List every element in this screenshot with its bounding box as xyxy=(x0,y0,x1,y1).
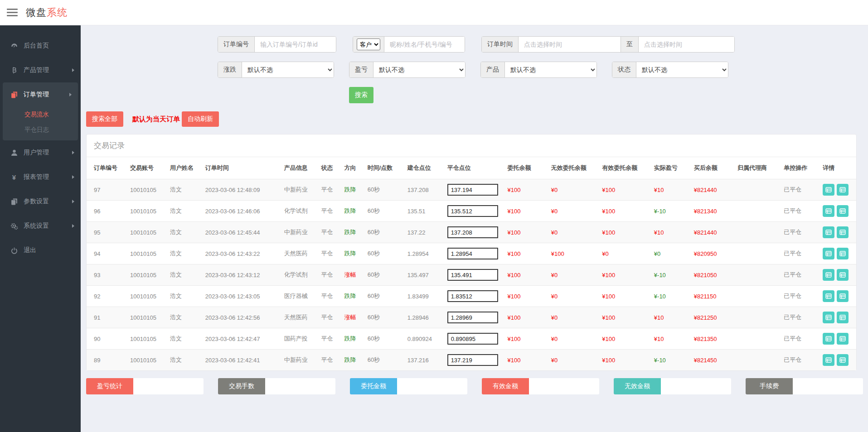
close-point-input[interactable] xyxy=(447,290,498,302)
sidebar-item-报表管理[interactable]: ¥报表管理 xyxy=(0,165,81,189)
stat-label: 盈亏统计 xyxy=(86,378,133,394)
entrust-balance: ¥100 xyxy=(506,243,549,264)
direction: 跌降 xyxy=(343,243,366,264)
close-point-input xyxy=(446,286,506,307)
detail-button[interactable] xyxy=(823,354,834,366)
detail-button[interactable] xyxy=(837,248,849,259)
time-to-input[interactable] xyxy=(639,37,734,52)
user-name: 浩文 xyxy=(168,222,204,243)
product: 化学试剂 xyxy=(282,201,320,222)
user-name: 浩文 xyxy=(168,264,204,286)
sidebar-group: 系统设置 xyxy=(0,214,81,238)
table-row: 9710010105浩文2023-03-06 12:48:09中新药业平仓跌降6… xyxy=(87,179,856,201)
stat-value xyxy=(133,378,204,394)
search-button[interactable]: 搜索 xyxy=(349,87,373,103)
filter-select-盈亏[interactable]: 默认不选 xyxy=(373,62,465,77)
detail-button[interactable] xyxy=(823,205,834,217)
close-point-input[interactable] xyxy=(447,248,498,259)
order-id: 92 xyxy=(87,286,128,307)
invalid-entrust-balance: ¥0 xyxy=(549,328,601,350)
detail-button[interactable] xyxy=(837,333,849,345)
detail-button[interactable] xyxy=(823,269,834,281)
valid-entrust-balance: ¥100 xyxy=(600,307,652,328)
sidebar-item-参数设置[interactable]: 参数设置 xyxy=(0,189,81,214)
detail-button[interactable] xyxy=(823,312,834,323)
close-point-input[interactable] xyxy=(447,205,498,217)
column-header: 订单编号 xyxy=(87,157,128,179)
time-to-label: 至 xyxy=(621,37,639,52)
auto-refresh-button[interactable]: 自动刷新 xyxy=(182,111,219,127)
invalid-entrust-balance: ¥0 xyxy=(549,307,601,328)
table-row: 9510010105浩文2023-03-06 12:45:44中新药业平仓跌降6… xyxy=(87,222,856,243)
detail-button[interactable] xyxy=(837,184,849,196)
filter-row-1: 订单编号 客户 订单时间 至 xyxy=(218,36,857,53)
detail-button[interactable] xyxy=(823,248,834,259)
column-header: 平仓点位 xyxy=(446,157,506,179)
detail-button[interactable] xyxy=(837,312,849,323)
detail-button[interactable] xyxy=(837,205,849,217)
entrust-balance: ¥100 xyxy=(506,264,549,286)
orders-copy-icon xyxy=(10,91,18,99)
hamburger-menu-icon[interactable] xyxy=(7,7,18,18)
detail-buttons xyxy=(821,307,856,328)
detail-button[interactable] xyxy=(823,290,834,302)
close-point-input[interactable] xyxy=(447,354,498,366)
control-status: 已平仓 xyxy=(782,264,821,286)
close-point-input xyxy=(446,264,506,286)
detail-button[interactable] xyxy=(823,184,834,196)
after-balance: ¥821440 xyxy=(692,179,736,201)
customer-input[interactable] xyxy=(384,37,465,52)
close-point-input[interactable] xyxy=(447,269,498,281)
product: 中新药业 xyxy=(282,179,320,201)
filter-select-状态[interactable]: 默认不选 xyxy=(636,62,728,77)
dashboard-icon xyxy=(10,42,18,50)
sidebar-subitem-交易流水[interactable]: 交易流水 xyxy=(3,107,78,122)
sidebar-item-产品管理[interactable]: 产品管理 xyxy=(0,58,81,82)
close-point-input[interactable] xyxy=(447,184,498,196)
filter-label: 盈亏 xyxy=(349,62,373,77)
sidebar-item-系统设置[interactable]: 系统设置 xyxy=(0,214,81,238)
chevron-right-icon xyxy=(72,200,74,203)
filter-row-2: 涨跌默认不选盈亏默认不选产品默认不选状态默认不选 xyxy=(218,62,857,78)
close-point-input[interactable] xyxy=(447,333,498,345)
status: 平仓 xyxy=(319,179,342,201)
detail-button[interactable] xyxy=(837,269,849,281)
sidebar-item-后台首页[interactable]: 后台首页 xyxy=(0,34,81,58)
sidebar-item-退出[interactable]: 退出 xyxy=(0,238,81,263)
close-point-input[interactable] xyxy=(447,312,498,323)
table-row: 9210010105浩文2023-03-06 12:43:05医疗器械平仓跌降6… xyxy=(87,286,856,307)
order-id: 97 xyxy=(87,179,128,201)
detail-button[interactable] xyxy=(837,290,849,302)
detail-button[interactable] xyxy=(837,226,849,238)
customer-select[interactable]: 客户 xyxy=(357,38,380,50)
account: 10010105 xyxy=(128,222,168,243)
time-from-input[interactable] xyxy=(519,37,621,52)
order-no-input[interactable] xyxy=(255,37,336,52)
sidebar-subitem-平仓日志[interactable]: 平仓日志 xyxy=(3,122,78,138)
sidebar-item-用户管理[interactable]: 用户管理 xyxy=(0,140,81,165)
stat-label: 委托金额 xyxy=(350,378,397,394)
detail-buttons xyxy=(821,350,856,371)
order-id: 96 xyxy=(87,201,128,222)
agent xyxy=(736,222,782,243)
column-header: 方向 xyxy=(343,157,366,179)
order-id: 94 xyxy=(87,243,128,264)
detail-button[interactable] xyxy=(823,333,834,345)
search-all-button[interactable]: 搜索全部 xyxy=(86,111,123,127)
order-no-label: 订单编号 xyxy=(218,37,255,52)
column-header: 建仓点位 xyxy=(406,157,446,179)
direction: 跌降 xyxy=(343,328,366,350)
detail-button[interactable] xyxy=(837,354,849,366)
table-row: 9010010105浩文2023-03-06 12:42:47国药产投平仓跌降6… xyxy=(87,328,856,350)
app-title-primary: 微盘 xyxy=(26,7,47,18)
filter-select-涨跌[interactable]: 默认不选 xyxy=(242,62,334,77)
detail-buttons xyxy=(821,201,856,222)
filter-select-产品[interactable]: 默认不选 xyxy=(505,62,596,77)
close-point-input[interactable] xyxy=(447,226,498,238)
sidebar-item-订单管理[interactable]: 订单管理 xyxy=(3,82,78,107)
detail-button[interactable] xyxy=(823,226,834,238)
product: 天然医药 xyxy=(282,243,320,264)
stat-value xyxy=(529,378,599,394)
entrust-balance: ¥100 xyxy=(506,179,549,201)
panel-title: 交易记录 xyxy=(87,134,856,157)
